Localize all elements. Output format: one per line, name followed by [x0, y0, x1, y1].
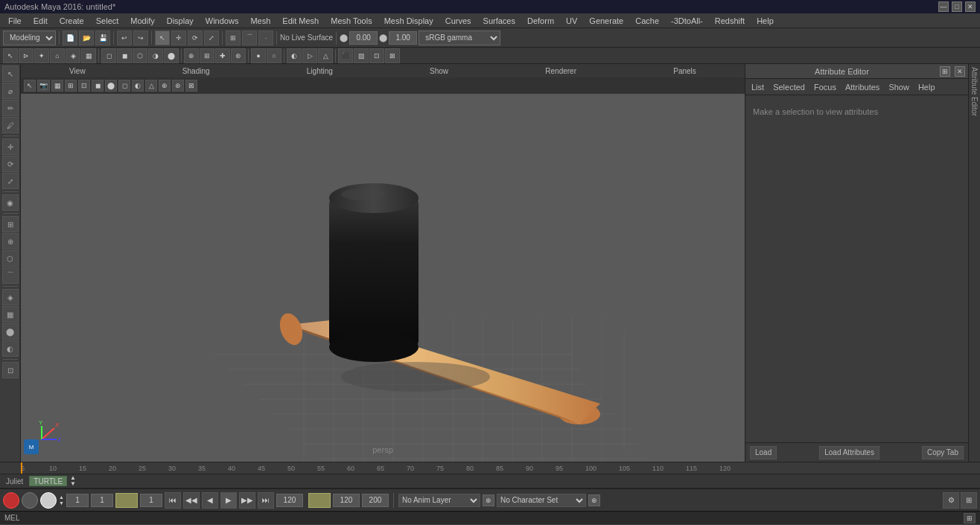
- renderer-menu[interactable]: Renderer: [541, 67, 581, 75]
- frame-end-input[interactable]: [362, 494, 389, 507]
- ae-nav-help[interactable]: Help: [918, 83, 935, 92]
- snap-point[interactable]: ·: [258, 31, 273, 45]
- ae-nav-show[interactable]: Show: [888, 83, 909, 92]
- tool14[interactable]: ⊛: [231, 48, 246, 63]
- gamma-input[interactable]: [349, 31, 378, 45]
- left-tool-extra4[interactable]: ◐: [2, 340, 19, 357]
- tool1[interactable]: ⊳: [19, 48, 34, 63]
- redo-button[interactable]: ↪: [133, 31, 148, 45]
- select-mode-btn[interactable]: ↖: [3, 48, 18, 63]
- anim-range-end-input[interactable]: [276, 494, 303, 507]
- tool23[interactable]: ⊠: [385, 48, 400, 63]
- step-back-button[interactable]: ◀◀: [183, 492, 200, 509]
- tool11[interactable]: ⊕: [184, 48, 199, 63]
- move-left[interactable]: ✛: [2, 139, 19, 155]
- show-manip[interactable]: ⊞: [2, 216, 19, 232]
- character-set-select[interactable]: No Character Set: [497, 494, 586, 507]
- snap-curve-left[interactable]: ⌒: [2, 267, 19, 284]
- keyframe-input[interactable]: [140, 494, 162, 507]
- playhead[interactable]: [21, 462, 22, 474]
- tool9[interactable]: ◑: [148, 48, 163, 63]
- vp-btn1[interactable]: ▦: [51, 80, 63, 92]
- maximize-button[interactable]: □: [952, 1, 962, 12]
- view-menu[interactable]: View: [65, 67, 90, 75]
- menu-deform[interactable]: Deform: [522, 16, 559, 26]
- total-range-end-input[interactable]: [333, 494, 360, 507]
- copy-tab-button[interactable]: Copy Tab: [922, 446, 964, 459]
- play-back-button[interactable]: ◀: [202, 492, 218, 509]
- extra-btn[interactable]: ⊞: [961, 492, 977, 509]
- show-menu[interactable]: Show: [425, 67, 453, 75]
- snap-grid-left[interactable]: ⬡: [2, 250, 19, 267]
- scale-left[interactable]: ⤢: [2, 173, 19, 189]
- left-tool-extra2[interactable]: ▦: [2, 306, 19, 322]
- menu-display[interactable]: Display: [162, 16, 199, 26]
- attr-editor-expand[interactable]: ⊞: [940, 66, 950, 77]
- layer-arrows[interactable]: ▲ ▼: [70, 475, 82, 487]
- menu-edit[interactable]: Edit: [28, 16, 53, 26]
- move-tool[interactable]: ✛: [171, 31, 186, 45]
- menu-windows[interactable]: Windows: [200, 16, 244, 26]
- menu-modify[interactable]: Modify: [125, 16, 159, 26]
- color-swatch-dark[interactable]: [22, 492, 38, 509]
- menu-mesh[interactable]: Mesh: [245, 16, 276, 26]
- scale-tool[interactable]: ⤢: [204, 31, 219, 45]
- left-tool-extra5[interactable]: ⊡: [2, 362, 19, 378]
- load-attributes-button[interactable]: Load Attributes: [819, 446, 879, 459]
- tool12[interactable]: ⊞: [200, 48, 214, 63]
- color-swatch-light[interactable]: [40, 492, 57, 509]
- soft-select[interactable]: ◉: [2, 194, 19, 211]
- step-forward-button[interactable]: ▶▶: [239, 492, 255, 509]
- snap-points-left[interactable]: ⊕: [2, 233, 19, 249]
- range-arrows[interactable]: ▲ ▼: [59, 494, 64, 506]
- menu-surfaces[interactable]: Surfaces: [478, 16, 521, 26]
- color-space-dropdown[interactable]: sRGB gamma: [419, 31, 500, 45]
- tool16[interactable]: ○: [267, 48, 281, 63]
- ae-nav-focus[interactable]: Focus: [814, 83, 836, 92]
- tool13[interactable]: ✚: [215, 48, 230, 63]
- load-button[interactable]: Load: [750, 446, 777, 459]
- tool15[interactable]: ●: [251, 48, 266, 63]
- tool7[interactable]: ◼: [117, 48, 132, 63]
- open-file-button[interactable]: 📂: [79, 31, 94, 45]
- vp-btn4[interactable]: ◼: [92, 80, 104, 92]
- mode-dropdown[interactable]: Modeling: [3, 31, 56, 45]
- frame-range-start-input[interactable]: [66, 494, 89, 507]
- ae-nav-selected[interactable]: Selected: [773, 83, 805, 92]
- vp-btn6[interactable]: ◻: [118, 80, 130, 92]
- tool19[interactable]: △: [318, 48, 333, 63]
- select-tool-left[interactable]: ↖: [2, 66, 19, 82]
- vp-btn10[interactable]: ⊛: [172, 80, 184, 92]
- rotate-tool[interactable]: ⟳: [188, 31, 203, 45]
- settings-btn[interactable]: ⚙: [943, 492, 959, 509]
- left-tool-extra3[interactable]: ⬤: [2, 323, 19, 340]
- menu-3dtoall[interactable]: -3DtoAll-: [666, 16, 708, 26]
- menu-cache[interactable]: Cache: [630, 16, 664, 26]
- menu-select[interactable]: Select: [91, 16, 124, 26]
- save-file-button[interactable]: 💾: [95, 31, 110, 45]
- menu-mesh-tools[interactable]: Mesh Tools: [325, 16, 377, 26]
- rotate-left[interactable]: ⟳: [2, 156, 19, 172]
- tool21[interactable]: ▨: [354, 48, 369, 63]
- menu-curves[interactable]: Curves: [440, 16, 477, 26]
- undo-button[interactable]: ↩: [117, 31, 132, 45]
- lighting-menu[interactable]: Lighting: [302, 67, 337, 75]
- tool3[interactable]: ⌂: [50, 48, 65, 63]
- menu-generate[interactable]: Generate: [584, 16, 629, 26]
- tool8[interactable]: ⬡: [133, 48, 147, 63]
- menu-file[interactable]: File: [3, 16, 27, 26]
- tool6[interactable]: ◻: [101, 48, 116, 63]
- left-tool-extra1[interactable]: ◈: [2, 289, 19, 305]
- go-start-button[interactable]: ⏮: [165, 492, 181, 509]
- minimize-button[interactable]: —: [938, 1, 949, 12]
- menu-redshift[interactable]: Redshift: [710, 16, 750, 26]
- viewport[interactable]: View Shading Lighting Show Renderer Pane…: [21, 64, 745, 462]
- color-swatch-red[interactable]: [3, 492, 19, 509]
- anim-layer-btn[interactable]: ⊕: [483, 494, 494, 506]
- tool22[interactable]: ⊡: [369, 48, 384, 63]
- menu-uv[interactable]: UV: [561, 16, 582, 26]
- shading-menu[interactable]: Shading: [178, 67, 214, 75]
- vp-select[interactable]: ↖: [24, 80, 36, 92]
- menu-mesh-display[interactable]: Mesh Display: [379, 16, 439, 26]
- tool18[interactable]: ▷: [302, 48, 317, 63]
